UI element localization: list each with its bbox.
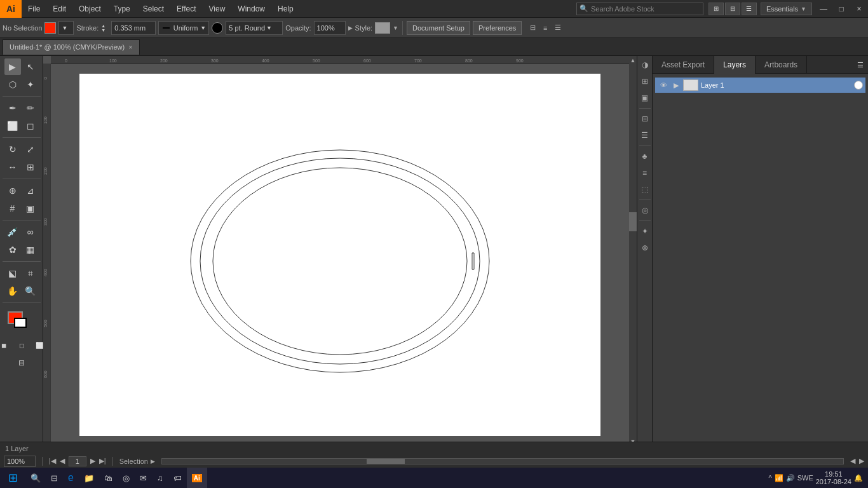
last-page-btn[interactable]: ▶| [99,457,106,465]
taskbar-music[interactable]: ♫ [152,468,168,488]
hand-tool[interactable]: ✋ [4,283,21,299]
document-setup-button[interactable]: Document Setup [407,21,470,35]
prev-page-btn[interactable]: ◀ [60,457,65,465]
status-nav-right[interactable]: ▶ [859,457,864,465]
opacity-panel-icon[interactable]: ◎ [639,204,651,217]
cap-dropdown[interactable]: 5 pt. Round ▼ [226,21,283,35]
taskbar-illustrator[interactable]: Ai [187,468,207,488]
fill-dropdown[interactable]: ▼ [58,21,74,35]
scale-tool[interactable]: ⤢ [22,141,39,158]
vertical-scrollbar[interactable]: ▲ ▼ [629,56,637,446]
eyedropper-tool[interactable]: 💉 [4,224,21,240]
zoom-tool[interactable]: 🔍 [22,283,39,299]
menu-effect[interactable]: Effect [170,0,202,18]
swatches-icon[interactable]: ⊞ [639,75,651,88]
opacity-value[interactable]: 100% [314,21,346,35]
opacity-more-btn[interactable]: ▶ [348,25,353,31]
tab-artboards[interactable]: Artboards [756,56,807,74]
distribute-icon[interactable]: ≡ [539,22,551,34]
start-button[interactable]: ⊞ [0,468,25,488]
layer-target-circle[interactable] [854,81,863,90]
stroke-cap-swatch[interactable] [212,22,223,34]
doc-tab-close[interactable]: × [128,43,132,51]
status-nav-left[interactable]: ◀ [850,457,855,465]
fill-stroke-widget[interactable] [8,309,36,332]
color-panel-icon[interactable]: ◑ [639,58,651,71]
stroke-line-dropdown[interactable]: Uniform ▼ [158,21,209,35]
align-panel-icon[interactable]: ☰ [639,129,651,142]
width-tool[interactable]: ↔ [4,159,21,175]
menu-type[interactable]: Type [107,0,137,18]
taskbar-shopping[interactable]: 🏷 [168,468,187,488]
behind-mode[interactable]: ◻ [13,337,30,353]
blend-tool[interactable]: ∞ [22,224,39,240]
stroke-value[interactable]: 0.353 mm [111,21,156,35]
mesh-tool[interactable]: # [4,200,21,217]
shape-builder-tool[interactable]: ⊕ [4,182,21,199]
selection-tool[interactable]: ▶ [4,58,21,75]
zoom-input[interactable]: 100% [4,456,36,467]
style-swatch[interactable] [375,22,390,34]
taskbar-search[interactable]: 🔍 [25,468,46,488]
more-icon[interactable]: ☰ [552,22,564,34]
column-graph-tool[interactable]: ▦ [22,241,39,258]
symbol-sprayer-tool[interactable]: ✿ [4,241,21,258]
page-input[interactable] [69,456,86,466]
direct-selection-tool[interactable]: ↖ [22,58,39,75]
taskbar-task-view[interactable]: ⊟ [46,468,63,488]
appearance-icon[interactable]: ⬚ [639,183,651,196]
distribute-btn[interactable]: ⊟ [725,3,740,15]
tray-network[interactable]: 📶 [775,474,783,482]
menu-edit[interactable]: Edit [46,0,72,18]
menu-object[interactable]: Object [72,0,107,18]
close-button[interactable]: × [850,0,868,18]
magic-wand-tool[interactable]: ✦ [22,76,39,93]
free-transform-tool[interactable]: ⊞ [22,159,39,175]
brushes-icon[interactable]: ⊕ [639,241,651,254]
gradient-panel-icon[interactable]: ▣ [639,92,651,104]
screen-mode[interactable]: ⊟ [13,355,30,371]
taskbar-mail[interactable]: ✉ [135,468,152,488]
tray-volume[interactable]: 🔊 [786,474,795,482]
tray-expand[interactable]: ^ [768,474,771,482]
style-dropdown-arrow[interactable]: ▼ [393,25,398,31]
tab-asset-export[interactable]: Asset Export [653,56,714,74]
lasso-tool[interactable]: ⬡ [4,76,21,93]
stroke-down[interactable]: ▼ [101,28,109,32]
maximize-button[interactable]: □ [832,0,850,18]
pen-tool[interactable]: ✒ [4,100,21,116]
notification-btn[interactable]: 🔔 [854,474,863,482]
stroke-panel-icon[interactable]: ≡ [639,166,651,179]
status-label-area[interactable]: Selection ▶ [119,458,155,465]
canvas-area[interactable]: 0 100 200 300 400 500 600 700 800 900 0 [43,56,637,454]
menu-view[interactable]: View [203,0,232,18]
symbols-icon[interactable]: ✦ [639,225,651,238]
stroke-up[interactable]: ▲ [101,24,109,28]
eraser-tool[interactable]: ◻ [22,118,39,134]
rotate-tool[interactable]: ↻ [4,141,21,158]
artboard-tool[interactable]: ⬕ [4,265,21,281]
layer-visibility-toggle[interactable]: 👁 [658,79,669,91]
document-tab[interactable]: Untitled-1* @ 100% (CMYK/Preview) × [3,39,140,55]
tab-layers[interactable]: Layers [714,56,756,74]
pencil-tool[interactable]: ✏ [22,100,39,116]
scroll-up-btn[interactable]: ▲ [629,56,637,65]
first-page-btn[interactable]: |◀ [49,457,56,465]
taskbar-store[interactable]: 🛍 [99,468,118,488]
sort-btn[interactable]: ☰ [742,3,757,15]
transform-icon[interactable]: ⊟ [639,112,651,125]
panel-menu-button[interactable]: ☰ [853,56,868,74]
tray-keyboard[interactable]: SWE [797,474,813,482]
taskbar-edge[interactable]: e [63,468,79,488]
menu-window[interactable]: Window [231,0,271,18]
taskbar-explorer[interactable]: 📁 [79,468,99,488]
menu-help[interactable]: Help [271,0,300,18]
blob-brush-tool[interactable]: ⬜ [4,118,21,134]
status-scrollbar[interactable] [161,458,844,464]
pathfinder-icon[interactable]: ♣ [639,150,651,163]
taskbar-chrome[interactable]: ◎ [118,468,135,488]
menu-select[interactable]: Select [137,0,170,18]
slice-tool[interactable]: ⌗ [22,265,39,281]
stroke-color-box[interactable] [14,318,27,328]
align-icon[interactable]: ⊟ [527,22,538,34]
